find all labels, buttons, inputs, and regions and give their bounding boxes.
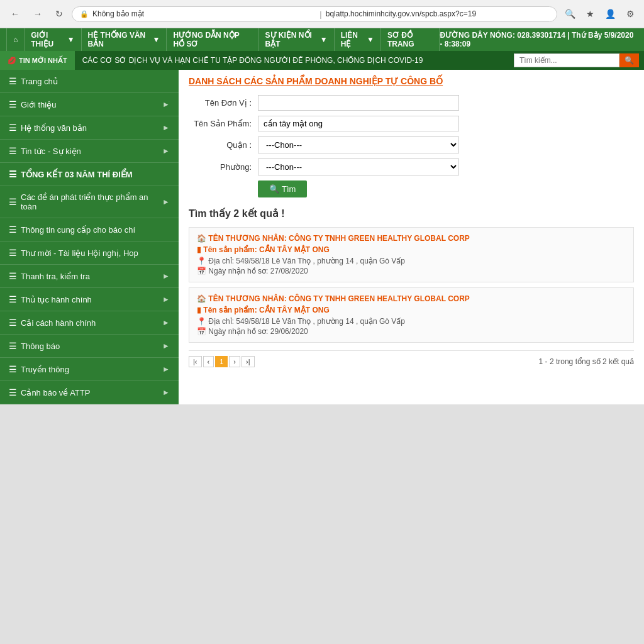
extensions-button[interactable]: ⚙ bbox=[623, 6, 638, 21]
sidebar-item-thu-tuc[interactable]: ☰ Thủ tục hành chính ► bbox=[0, 288, 179, 311]
ticker-search: 🔍 bbox=[514, 53, 639, 67]
search-input[interactable] bbox=[514, 53, 619, 67]
sidebar-label: Các đề án phát triển thực phẩm an toàn bbox=[21, 192, 162, 211]
nav-item-lien-he[interactable]: LIÊN HỆ ▼ bbox=[335, 28, 381, 51]
ticker-label-text: TIN MỚI NHẤT bbox=[19, 57, 67, 65]
pagination-controls: |‹ ‹ 1 › ›| bbox=[189, 356, 255, 367]
ticker-bar: 💋 TIN MỚI NHẤT CÁC CƠ SỞ DỊCH VỤ VÀ HẠN … bbox=[0, 51, 644, 70]
sidebar-label: Cảnh báo về ATTP bbox=[21, 388, 162, 397]
main-content: DANH SÁCH CÁC SẢN PHẨM DOANH NGHIỆP TỰ C… bbox=[179, 70, 644, 404]
security-label: Không bảo mật bbox=[92, 9, 316, 18]
search-button[interactable]: 🔍 Tìm bbox=[258, 180, 307, 197]
search-button[interactable]: 🔍 bbox=[619, 53, 639, 67]
nav-item-he-thong-van-ban[interactable]: HỆ THỐNG VĂN BẢN ▼ bbox=[82, 28, 167, 51]
refresh-button[interactable]: ↻ bbox=[52, 6, 67, 21]
nav-item-su-kien[interactable]: SỰ KIỆN NỔI BẬT ▼ bbox=[259, 28, 335, 51]
sidebar-label: Hệ thống văn bản bbox=[21, 123, 162, 133]
sidebar-item-tong-ket[interactable]: ☰ TỔNG KẾT 03 NĂM THÍ ĐIỂM bbox=[0, 163, 179, 186]
menu-icon: ☰ bbox=[9, 248, 17, 258]
result-address: 📍 Địa chỉ: 549/58/18 Lê Văn Thọ , phường… bbox=[197, 317, 626, 326]
search-btn-label: Tìm bbox=[282, 184, 296, 194]
calendar-icon: 📅 bbox=[197, 267, 206, 275]
company-label: TÊN THƯƠNG NHÂN: CÔNG TY TNHH GREEN HEAL… bbox=[208, 234, 469, 243]
search-form: Tên Đơn Vị : Tên Sản Phẩm: Quận : ---Cho… bbox=[189, 95, 634, 197]
sidebar-label: Thủ tục hành chính bbox=[21, 295, 162, 304]
product-label: Tên sản phẩm: CẦN TÂY MẬT ONG bbox=[203, 306, 329, 314]
page-1-button[interactable]: 1 bbox=[215, 356, 228, 367]
address-bar: 🔒 Không bảo mật | bqlattp.hochiminhcity.… bbox=[72, 6, 557, 22]
sidebar-item-cai-cach[interactable]: ☰ Cải cách hành chính ► bbox=[0, 311, 179, 335]
menu-icon: ☰ bbox=[9, 225, 17, 235]
san-pham-label: Tên Sản Phẩm: bbox=[189, 119, 258, 128]
menu-icon: ☰ bbox=[9, 364, 17, 374]
chevron-right-icon: ► bbox=[162, 365, 170, 374]
nav-item-gioi-thieu[interactable]: GIỚI THIỆU ▼ bbox=[25, 28, 81, 51]
sidebar-item-thu-moi[interactable]: ☰ Thư mời - Tài liệu Hội nghị, Hop bbox=[0, 242, 179, 265]
result-date: 📅 Ngày nhận hồ sơ: 29/06/2020 bbox=[197, 327, 626, 336]
sidebar-item-de-an[interactable]: ☰ Các đề án phát triển thực phẩm an toàn… bbox=[0, 186, 179, 218]
forward-button[interactable]: → bbox=[29, 5, 47, 23]
quan-row: Quận : ---Chon--- bbox=[189, 136, 634, 153]
nav-label: SỰ KIỆN NỔI BẬT bbox=[265, 31, 318, 48]
menu-icon: ☰ bbox=[9, 271, 17, 281]
sidebar-label: Thư mời - Tài liệu Hội nghị, Hop bbox=[21, 248, 170, 258]
location-icon: 📍 bbox=[197, 257, 206, 265]
result-product: ▮ Tên sản phẩm: CẦN TÂY MẬT ONG bbox=[197, 245, 626, 254]
nav-arrow-icon: ▼ bbox=[153, 35, 160, 44]
browser-chrome: ← → ↻ 🔒 Không bảo mật | bqlattp.hochimin… bbox=[0, 0, 644, 28]
company-label: TÊN THƯƠNG NHÂN: CÔNG TY TNHH GREEN HEAL… bbox=[208, 294, 469, 303]
sidebar-item-tin-tuc[interactable]: ☰ Tin tức - Sự kiện ► bbox=[0, 140, 179, 163]
prev-page-button[interactable]: ‹ bbox=[203, 356, 214, 367]
address-text[interactable]: bqlattp.hochiminhcity.gov.vn/spcb.aspx?c… bbox=[326, 9, 549, 18]
results-count: Tìm thấy 2 kết quả ! bbox=[189, 208, 634, 219]
san-pham-row: Tên Sản Phẩm: bbox=[189, 116, 634, 131]
profile-button[interactable]: 👤 bbox=[602, 6, 618, 21]
hotline-label: ĐƯỜNG DÂY NÓNG: 028.39301714 bbox=[440, 31, 565, 40]
nav-label: HƯỚNG DẪN NỘP HỒ SƠ bbox=[173, 31, 252, 48]
phuong-select[interactable]: ---Chon--- bbox=[258, 158, 459, 175]
sidebar-item-trang-chu[interactable]: ☰ Trang chủ bbox=[0, 70, 179, 93]
menu-icon: ☰ bbox=[9, 341, 17, 351]
search-icon: 🔍 bbox=[269, 184, 279, 194]
security-icon: 🔒 bbox=[80, 10, 89, 18]
chevron-right-icon: ► bbox=[162, 197, 170, 206]
sidebar-item-thong-bao[interactable]: ☰ Thông báo ► bbox=[0, 335, 179, 358]
menu-icon: ☰ bbox=[9, 197, 17, 207]
company-icon: 🏠 bbox=[197, 294, 206, 303]
pagination-info: 1 - 2 trong tổng số 2 kết quả bbox=[539, 357, 634, 366]
sidebar-item-he-thong-van-ban[interactable]: ☰ Hệ thống văn bản ► bbox=[0, 116, 179, 140]
result-product: ▮ Tên sản phẩm: CẦN TÂY MẬT ONG bbox=[197, 306, 626, 314]
next-page-button[interactable]: › bbox=[229, 356, 240, 367]
bookmark-button[interactable]: ★ bbox=[582, 6, 597, 21]
result-item: 🏠 TÊN THƯƠNG NHÂN: CÔNG TY TNHH GREEN HE… bbox=[189, 287, 634, 343]
quan-label: Quận : bbox=[189, 140, 258, 150]
nav-arrow-icon: ▼ bbox=[320, 35, 328, 44]
back-button[interactable]: ← bbox=[6, 5, 24, 23]
sidebar-item-truyen-thong[interactable]: ☰ Truyền thông ► bbox=[0, 358, 179, 381]
menu-icon: ☰ bbox=[9, 99, 17, 109]
result-company: 🏠 TÊN THƯƠNG NHÂN: CÔNG TY TNHH GREEN HE… bbox=[197, 294, 626, 303]
sidebar-item-thong-tin-bao-chi[interactable]: ☰ Thông tin cung cấp cho báo chí bbox=[0, 218, 179, 242]
don-vi-input[interactable] bbox=[258, 95, 459, 111]
sidebar-item-gioi-thieu[interactable]: ☰ Giới thiệu ► bbox=[0, 93, 179, 116]
san-pham-input[interactable] bbox=[258, 116, 459, 131]
menu-icon: ☰ bbox=[9, 146, 17, 156]
browser-search-button[interactable]: 🔍 bbox=[562, 6, 577, 21]
sidebar-item-canh-bao[interactable]: ☰ Cảnh báo về ATTP ► bbox=[0, 381, 179, 404]
quan-select[interactable]: ---Chon--- bbox=[258, 136, 459, 153]
menu-icon: ☰ bbox=[9, 318, 17, 328]
last-page-button[interactable]: ›| bbox=[242, 356, 255, 367]
sidebar-item-thanh-tra[interactable]: ☰ Thanh tra, kiểm tra ► bbox=[0, 265, 179, 288]
first-page-button[interactable]: |‹ bbox=[189, 356, 202, 367]
nav-label: HỆ THỐNG VĂN BẢN bbox=[88, 31, 150, 48]
chevron-right-icon: ► bbox=[162, 147, 170, 155]
nav-item-huong-dan[interactable]: HƯỚNG DẪN NỘP HỒ SƠ bbox=[167, 28, 258, 51]
product-icon: ▮ bbox=[197, 245, 201, 254]
hotline-datetime: ĐƯỜNG DÂY NÓNG: 028.39301714 | Thứ Bảy 5… bbox=[440, 31, 638, 48]
website: ⌂ GIỚI THIỆU ▼ HỆ THỐNG VĂN BẢN ▼ HƯỚNG … bbox=[0, 28, 644, 404]
sidebar-label: TỔNG KẾT 03 NĂM THÍ ĐIỂM bbox=[21, 170, 170, 179]
nav-item-so-do[interactable]: SƠ ĐỒ TRANG bbox=[381, 28, 440, 51]
separator: | bbox=[567, 31, 572, 40]
home-nav-item[interactable]: ⌂ bbox=[6, 28, 25, 51]
calendar-icon: 📅 bbox=[197, 327, 206, 336]
